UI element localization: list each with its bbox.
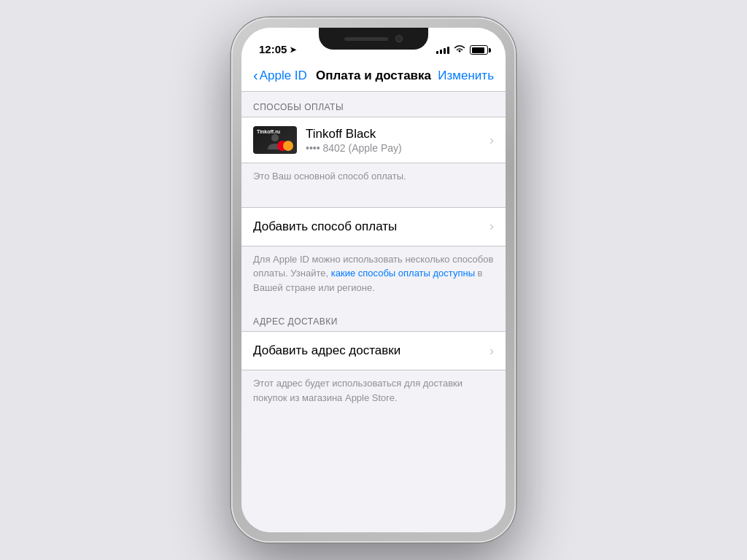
card-image: Tinkoff.ru [253,126,297,154]
add-payment-group: Добавить способ оплаты › [241,207,506,246]
add-address-label: Добавить адрес доставки [253,343,489,358]
back-chevron-icon: ‹ [253,68,258,82]
time-label: 12:05 [259,43,287,55]
mastercard-icon [277,141,293,151]
back-button[interactable]: ‹ Apple ID [253,69,314,83]
wifi-icon [454,44,465,55]
battery-icon [470,45,488,55]
notch [319,28,428,50]
delivery-section-header: АДРЕС ДОСТАВКИ [241,306,506,331]
tinkoff-card-item[interactable]: Tinkoff.ru Tinkoff Black [241,117,506,163]
card-name: Tinkoff Black [306,127,489,141]
add-address-chevron-icon: › [489,343,494,359]
phone-device: 12:05 ➤ [231,18,516,542]
status-icons [436,44,488,55]
payment-list-group: Tinkoff.ru Tinkoff Black [241,117,506,163]
content-scroll[interactable]: СПОСОБЫ ОПЛАТЫ Tinkoff.ru [241,92,506,532]
add-payment-chevron-icon: › [489,219,494,234]
card-info: Tinkoff Black •••• 8402 (Apple Pay) [306,127,489,154]
add-payment-label: Добавить способ оплаты [253,219,489,234]
add-address-group: Добавить адрес доставки › [241,331,506,370]
back-label: Apple ID [260,69,307,83]
payment-section-header: СПОСОБЫ ОПЛАТЫ [241,92,506,117]
location-icon: ➤ [290,45,296,55]
phone-screen: 12:05 ➤ [241,28,506,532]
spacer-1 [241,195,506,207]
nav-title: Оплата и доставка [314,69,434,83]
nav-bar: ‹ Apple ID Оплата и доставка Изменить [241,60,506,92]
signal-icon [436,47,449,54]
chevron-right-icon: › [489,133,494,148]
card-details: •••• 8402 (Apple Pay) [306,142,489,154]
payment-link[interactable]: какие способы оплаты доступны [331,268,475,279]
payment-info-footer: Для Apple ID можно использовать нескольк… [241,246,506,307]
add-address-item[interactable]: Добавить адрес доставки › [241,332,506,370]
add-payment-item[interactable]: Добавить способ оплаты › [241,208,506,246]
edit-button[interactable]: Изменить [434,69,495,83]
payment-main-footer: Это Ваш основной способ оплаты. [241,163,506,195]
speaker [344,37,388,41]
camera [395,35,403,42]
delivery-footer: Этот адрес будет использоваться для дост… [241,370,506,416]
